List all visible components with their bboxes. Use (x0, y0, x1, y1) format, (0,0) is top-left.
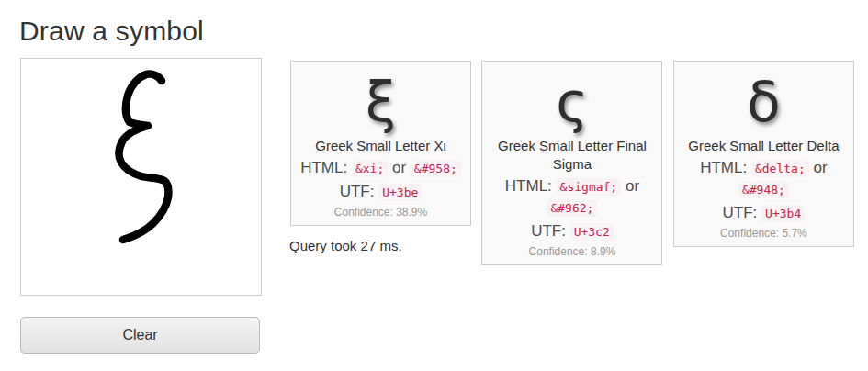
or-text: or (626, 177, 639, 195)
result-card-delta[interactable]: δ Greek Small Letter Delta HTML: &delta;… (673, 61, 854, 247)
symbol-name: Greek Small Letter Xi (295, 137, 467, 155)
utf-code: U+3be (378, 184, 422, 201)
result-card-final-sigma[interactable]: ς Greek Small Letter Final Sigma HTML: &… (481, 61, 662, 265)
result-card-xi[interactable]: ξ Greek Small Letter Xi HTML: &xi; or &#… (290, 61, 471, 226)
utf-line: UTF: U+3be (295, 182, 467, 203)
results-row: ξ Greek Small Letter Xi HTML: &xi; or &#… (290, 61, 861, 265)
entity-numeric-code: &#962; (547, 199, 597, 217)
utf-line: UTF: U+3b4 (678, 203, 850, 224)
utf-label: UTF: (723, 204, 758, 221)
utf-line: UTF: U+3c2 (486, 221, 658, 242)
entity-numeric-code: &#958; (411, 160, 461, 177)
xi-glyph: ξ (295, 62, 467, 137)
html-entity-line: HTML: &xi; or &#958; (295, 158, 467, 179)
html-label: HTML: (300, 159, 347, 176)
query-time-status: Query took 27 ms. (289, 238, 402, 253)
page-title: Draw a symbol (19, 16, 204, 47)
final-sigma-glyph: ς (486, 62, 658, 137)
html-label: HTML: (505, 177, 552, 195)
html-label: HTML: (700, 159, 747, 176)
entity-named-code: &sigmaf; (557, 178, 622, 196)
drawn-stroke-path (118, 73, 168, 240)
utf-label: UTF: (340, 183, 375, 200)
or-text: or (813, 159, 827, 176)
entity-named-code: &delta; (751, 160, 809, 177)
drawn-stroke-svg (21, 59, 261, 295)
symbol-name: Greek Small Letter Final Sigma (486, 137, 658, 174)
confidence-text: Confidence: 38.9% (295, 206, 467, 219)
entity-named-code: &xi; (352, 160, 388, 177)
utf-code: U+3c2 (570, 223, 614, 241)
utf-code: U+3b4 (761, 205, 805, 222)
or-text: or (392, 159, 406, 176)
html-entity-line: HTML: &delta; or &#948; (678, 158, 850, 200)
html-entity-line: HTML: &sigmaf; or &#962; (486, 176, 658, 219)
confidence-text: Confidence: 8.9% (486, 245, 658, 259)
draw-symbol-app: Draw a symbol Clear ξ Greek Small Letter… (0, 0, 868, 371)
utf-label: UTF: (531, 222, 566, 240)
delta-glyph: δ (678, 62, 850, 137)
symbol-name: Greek Small Letter Delta (678, 137, 850, 155)
clear-button[interactable]: Clear (20, 317, 260, 354)
entity-numeric-code: &#948; (738, 181, 789, 198)
confidence-text: Confidence: 5.7% (678, 227, 850, 241)
drawing-canvas[interactable] (20, 58, 262, 296)
